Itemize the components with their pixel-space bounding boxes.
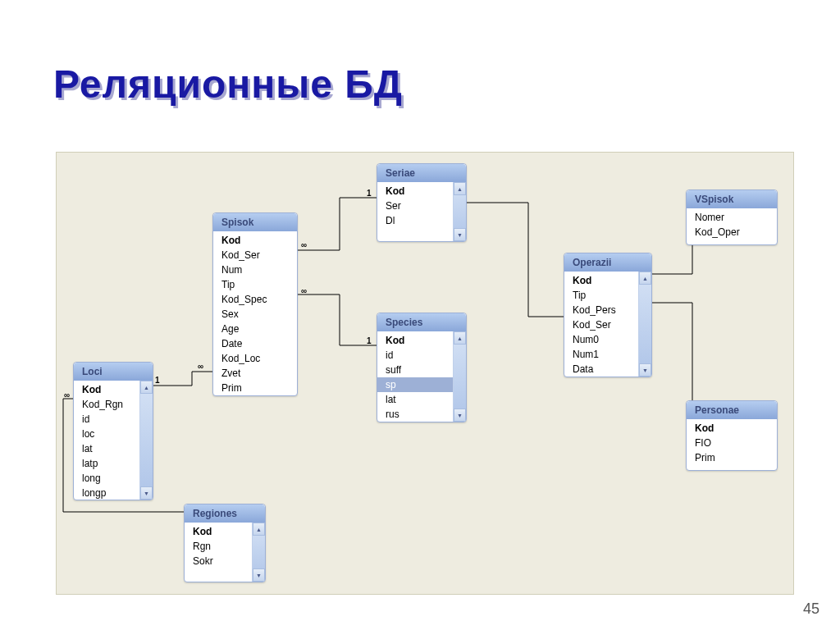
scroll-down-icon[interactable] bbox=[253, 568, 265, 582]
field: Prim bbox=[687, 450, 777, 465]
scroll-down-icon[interactable] bbox=[454, 409, 466, 422]
table-header: Regiones bbox=[185, 504, 265, 523]
table-species[interactable]: Species Kod id suff sp lat rus bbox=[377, 313, 467, 422]
table-spisok[interactable]: Spisok Kod Kod_Ser Num Tip Kod_Spec Sex … bbox=[212, 212, 298, 396]
table-regiones[interactable]: Regiones Kod Rgn Sokr bbox=[184, 504, 266, 582]
cardinality-one: 1 bbox=[155, 376, 160, 385]
field: Num bbox=[213, 262, 297, 277]
table-operazii[interactable]: Operazii Kod Tip Kod_Pers Kod_Ser Num0 N… bbox=[564, 253, 652, 377]
field: Tip bbox=[213, 277, 297, 292]
cardinality-one: 1 bbox=[367, 189, 372, 198]
relationship-diagram: 1 ∞ 1 ∞ ∞ 1 ∞ 1 Loci Kod Kod_Rgn id loc … bbox=[56, 152, 794, 595]
scroll-down-icon[interactable] bbox=[639, 363, 651, 377]
table-loci[interactable]: Loci Kod Kod_Rgn id loc lat latp long lo… bbox=[73, 362, 153, 500]
table-header: Operazii bbox=[564, 253, 651, 272]
table-header: VSpisok bbox=[687, 190, 777, 208]
scroll-up-icon[interactable] bbox=[454, 331, 466, 345]
scroll-up-icon[interactable] bbox=[140, 381, 153, 394]
field: Age bbox=[213, 322, 297, 336]
field: Kod_Ser bbox=[213, 248, 297, 262]
table-vspisok[interactable]: VSpisok Nomer Kod_Oper bbox=[686, 189, 778, 245]
field: Kod_Oper bbox=[687, 225, 777, 240]
cardinality-many: ∞ bbox=[64, 390, 70, 399]
field: Zvet bbox=[213, 366, 297, 381]
table-header: Seriae bbox=[377, 164, 466, 182]
field: Nomer bbox=[687, 210, 777, 225]
table-header: Personae bbox=[687, 401, 777, 419]
field: Kod_Loc bbox=[213, 351, 297, 366]
cardinality-many: ∞ bbox=[198, 362, 203, 371]
field: Date bbox=[213, 336, 297, 351]
cardinality-many: ∞ bbox=[301, 286, 307, 295]
field: Kod_Spec bbox=[213, 292, 297, 307]
scroll-down-icon[interactable] bbox=[140, 486, 153, 500]
scroll-up-icon[interactable] bbox=[253, 523, 265, 536]
field: Prim bbox=[213, 381, 297, 395]
scroll-down-icon[interactable] bbox=[454, 228, 466, 241]
table-seriae[interactable]: Seriae Kod Ser Dl bbox=[377, 163, 467, 242]
page-number: 45 bbox=[803, 600, 819, 618]
table-personae[interactable]: Personae Kod FIO Prim bbox=[686, 400, 778, 471]
table-header: Loci bbox=[74, 363, 153, 381]
slide-title: Реляционные БД bbox=[53, 62, 403, 107]
field: FIO bbox=[687, 436, 777, 450]
cardinality-one: 1 bbox=[367, 336, 372, 345]
field: Kod bbox=[687, 421, 777, 436]
table-header: Species bbox=[377, 313, 466, 331]
scroll-up-icon[interactable] bbox=[454, 182, 466, 195]
field: Sex bbox=[213, 307, 297, 322]
field: Kod bbox=[213, 233, 297, 248]
table-header: Spisok bbox=[213, 213, 297, 231]
scroll-up-icon[interactable] bbox=[639, 272, 651, 285]
cardinality-many: ∞ bbox=[301, 240, 307, 249]
